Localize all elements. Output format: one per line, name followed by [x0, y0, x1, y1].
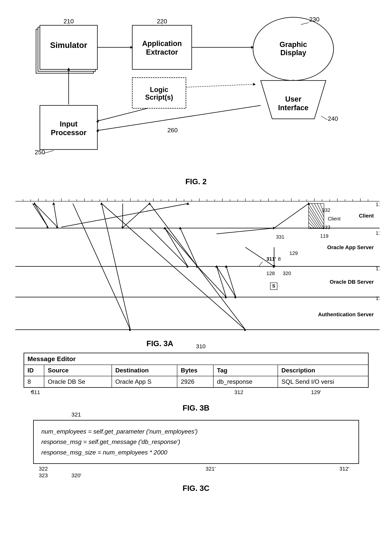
fig2-diagram: Simulator Application Extractor Graphic … — [15, 11, 377, 188]
svg-text:Oracle DB Server: Oracle DB Server — [330, 279, 374, 285]
svg-text:8: 8 — [278, 256, 281, 262]
svg-line-140 — [226, 266, 236, 297]
fig2-caption: FIG. 2 — [185, 177, 207, 186]
code-line-2: response_msg = self.get_message ('db_res… — [41, 437, 351, 447]
svg-text:Authentication Server: Authentication Server — [318, 311, 374, 317]
svg-text:Interface: Interface — [278, 104, 308, 112]
fig3b-caption: FIG. 3B — [15, 404, 377, 412]
svg-text:Script(s): Script(s) — [145, 93, 173, 101]
svg-text:260: 260 — [167, 127, 177, 134]
label-312: 312 — [234, 389, 243, 395]
cell-destination: Oracle App S — [112, 376, 177, 388]
fig3b-section: 310 Message Editor ID Source Destination… — [15, 353, 377, 412]
fig3a-diagram: // ticks handled in HTML below Client Or… — [15, 195, 377, 349]
svg-line-36 — [99, 105, 261, 130]
message-editor-table: Message Editor ID Source Destination Byt… — [23, 353, 369, 388]
cell-id: 8 — [24, 376, 44, 388]
svg-text:331: 331 — [276, 234, 284, 240]
code-line-3: response_msg_size = num_employees * 2000 — [41, 447, 351, 458]
svg-text:Processor: Processor — [51, 129, 86, 137]
svg-line-124 — [123, 204, 149, 228]
message-editor-title: Message Editor — [24, 353, 368, 365]
cell-tag: db_response — [213, 376, 278, 388]
svg-text:332: 332 — [322, 207, 330, 213]
fig3a-caption: FIG. 3A — [146, 339, 173, 348]
svg-line-153 — [259, 262, 263, 266]
svg-marker-149 — [148, 202, 151, 205]
code-box: num_employees = self.get_parameter ('num… — [33, 420, 359, 464]
svg-text:Extractor: Extractor — [146, 48, 178, 56]
label-323: 323 — [39, 473, 48, 478]
svg-line-126 — [149, 228, 188, 266]
svg-text:Display: Display — [280, 49, 306, 57]
fig3c-caption: FIG. 3C — [15, 484, 377, 492]
svg-text:User: User — [285, 95, 302, 103]
svg-text:250: 250 — [35, 149, 45, 156]
svg-text:119: 119 — [320, 233, 328, 239]
table-row: 8 Oracle DB Se Oracle App S 2926 db_resp… — [24, 376, 368, 388]
svg-line-49 — [321, 116, 327, 120]
label-320p: 320' — [71, 473, 81, 478]
svg-text:110a: 110a — [376, 201, 379, 207]
svg-line-136 — [217, 266, 226, 297]
svg-text:129: 129 — [289, 250, 298, 256]
svg-text:Graphic: Graphic — [280, 40, 307, 48]
fig3c-section: 321 num_employees = self.get_parameter (… — [15, 420, 377, 492]
table-header-row: ID Source Destination Bytes Tag Descript… — [24, 365, 368, 376]
svg-text:210: 210 — [63, 18, 74, 25]
fig2-svg: Simulator Application Extractor Graphic … — [15, 11, 379, 178]
label-322: 322 — [39, 466, 48, 472]
svg-text:S: S — [272, 283, 275, 288]
cell-source: Oracle DB Se — [44, 376, 112, 388]
col-bytes: Bytes — [177, 365, 213, 376]
page-container: Simulator Application Extractor Graphic … — [0, 0, 392, 534]
svg-line-150 — [217, 228, 274, 234]
svg-text:320: 320 — [283, 270, 291, 276]
label-310: 310 — [196, 343, 206, 350]
svg-text:Oracle App Server: Oracle App Server — [327, 244, 374, 250]
label-129p: 129' — [311, 389, 321, 395]
svg-line-166 — [309, 222, 314, 228]
cell-bytes: 2926 — [177, 376, 213, 388]
label-321p: 321' — [206, 466, 216, 472]
svg-text:240: 240 — [328, 115, 338, 122]
svg-text:110c: 110c — [376, 266, 379, 271]
svg-marker-119 — [52, 202, 55, 205]
col-tag: Tag — [213, 365, 278, 376]
svg-text:311': 311' — [266, 256, 276, 262]
col-id: ID — [24, 365, 44, 376]
svg-line-168 — [274, 204, 309, 228]
svg-marker-31 — [253, 83, 256, 86]
svg-text:Client: Client — [359, 213, 374, 219]
svg-text:110d: 110d — [376, 295, 379, 301]
svg-line-51 — [44, 150, 54, 153]
svg-text:220: 220 — [157, 18, 167, 25]
svg-text:128: 128 — [266, 270, 275, 276]
cell-description: SQL Send I/O versi — [278, 376, 368, 388]
svg-text:Logic: Logic — [150, 86, 168, 93]
svg-line-138 — [217, 266, 236, 297]
label-321-above: 321 — [71, 411, 81, 418]
svg-text:110b: 110b — [376, 230, 379, 236]
svg-text:333: 333 — [322, 224, 330, 230]
code-line-1: num_employees = self.get_parameter ('num… — [41, 426, 351, 437]
col-destination: Destination — [112, 365, 177, 376]
svg-line-134 — [197, 266, 226, 297]
fig3a-svg: // ticks handled in HTML below Client Or… — [15, 195, 379, 349]
col-source: Source — [44, 365, 112, 376]
svg-text:Input: Input — [60, 120, 78, 128]
svg-line-130 — [165, 228, 197, 266]
svg-line-32 — [99, 108, 148, 121]
svg-text:Client: Client — [328, 216, 341, 222]
label-312p: 312' — [339, 466, 349, 472]
svg-text:230: 230 — [309, 16, 319, 23]
svg-text:Simulator: Simulator — [50, 41, 87, 50]
col-description: Description — [278, 365, 368, 376]
svg-text:Application: Application — [142, 39, 182, 47]
svg-line-30 — [186, 84, 253, 87]
